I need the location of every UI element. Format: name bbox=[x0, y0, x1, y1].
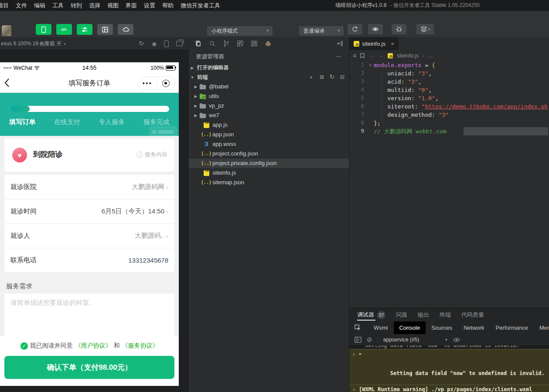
compile-mode-select[interactable]: 普通编译 ▼ bbox=[299, 26, 344, 36]
menu-10[interactable]: 帮助 bbox=[159, 0, 177, 11]
file-siteinfo.js[interactable]: JSsiteinfo.js bbox=[189, 168, 349, 178]
line-number: 2 bbox=[349, 69, 367, 78]
open-editors-section[interactable]: ▶ 打开的编辑器 bbox=[189, 63, 349, 72]
service-agreement-link[interactable]: 《服务协议》 bbox=[122, 342, 159, 350]
record-icon[interactable]: ◉ bbox=[152, 41, 157, 47]
back-button[interactable] bbox=[4, 78, 10, 88]
collapse-sidebar-icon[interactable] bbox=[337, 40, 344, 47]
root-folder-section[interactable]: ▼ 前端 ＋ ⊞ ↻ ⊟ bbox=[189, 72, 349, 82]
more-actions-icon[interactable]: ⋯ bbox=[336, 50, 342, 63]
menu-8[interactable]: 界面 bbox=[122, 0, 140, 11]
breadcrumb-more[interactable]: ... bbox=[428, 53, 433, 59]
forward-arrow-icon[interactable]: → bbox=[378, 52, 384, 59]
form-row-2[interactable]: 就诊时间6月5日（今天）14:50› bbox=[4, 199, 174, 223]
menu-3[interactable]: 编辑 bbox=[31, 0, 49, 11]
menu-1[interactable]: 项目 bbox=[0, 0, 12, 11]
search-icon[interactable] bbox=[209, 40, 216, 47]
drawer-toggle-icon[interactable] bbox=[355, 337, 361, 343]
menu-2[interactable]: 文件 bbox=[12, 0, 31, 11]
outline-icon[interactable]: ≡ bbox=[353, 52, 356, 59]
more-dots-icon[interactable]: ●●● bbox=[138, 81, 157, 85]
new-file-icon[interactable]: ＋ bbox=[308, 72, 314, 82]
file-name: we7 bbox=[209, 111, 219, 120]
main-toolbar: 模拟器</>编辑器调试器可视化云开发 小程序模式 ▼ 普通编译 ▼ 编译预览真机… bbox=[0, 11, 549, 37]
file-we7[interactable]: ▶we7 bbox=[189, 111, 349, 120]
collapse-all-icon[interactable]: ⊟ bbox=[340, 72, 344, 82]
new-folder-icon[interactable]: ⊞ bbox=[320, 72, 324, 82]
devtools-tab-memory[interactable]: Memory bbox=[534, 321, 549, 334]
layers-icon: ▾ bbox=[416, 24, 434, 34]
debugger-tabs: 调试器37问题输出终端代码质量 bbox=[349, 308, 549, 321]
expander-icon[interactable]: ▶ bbox=[359, 351, 361, 357]
bookmark-icon[interactable] bbox=[360, 53, 365, 58]
devtools-tab-network[interactable]: Network bbox=[458, 321, 490, 334]
inspect-cursor-icon[interactable] bbox=[355, 324, 361, 331]
detach-window-icon[interactable] bbox=[176, 41, 182, 46]
code-editor: JS siteinfo.js × ≡ ← → JS siteinfo.js › … bbox=[349, 37, 549, 308]
refresh-icon bbox=[348, 24, 362, 34]
file-utils[interactable]: ▶+utils bbox=[189, 91, 349, 101]
fold-icon[interactable]: ∨ bbox=[367, 61, 374, 69]
code-line-7: 7 design_method: "3" bbox=[349, 111, 549, 119]
debugger-tab-输出[interactable]: 输出 bbox=[418, 308, 429, 321]
tab-siteinfo-js[interactable]: JS siteinfo.js × bbox=[349, 37, 399, 50]
file-project.private.config.json[interactable]: {..}project.private.config.json bbox=[189, 159, 349, 168]
save-icon[interactable] bbox=[251, 40, 258, 47]
file-vp_pz[interactable]: ▶vp_pz bbox=[189, 101, 349, 111]
user-agreement-link[interactable]: 《用户协议》 bbox=[75, 342, 112, 350]
debugger-tab-代码质量[interactable]: 代码质量 bbox=[461, 308, 484, 321]
restart-icon[interactable]: ↻ bbox=[139, 40, 144, 47]
back-arrow-icon[interactable]: ← bbox=[368, 52, 374, 59]
debugger-tab-调试器[interactable]: 调试器37 bbox=[357, 308, 385, 321]
blocks-icon[interactable] bbox=[237, 40, 244, 47]
menu-6[interactable]: 选择 bbox=[85, 0, 104, 11]
context-select[interactable]: appservice (#5) bbox=[383, 337, 419, 343]
branch-icon[interactable] bbox=[223, 40, 230, 47]
file-@babel[interactable]: ▶@babel bbox=[189, 82, 349, 91]
editor-tabs: JS siteinfo.js × bbox=[349, 37, 549, 50]
mode-select[interactable]: 小程序模式 ▼ bbox=[207, 26, 273, 36]
menu-4[interactable]: 工具 bbox=[49, 0, 67, 11]
form-row-4[interactable]: 联系电话13312345678 bbox=[4, 248, 174, 272]
file-app.js[interactable]: JSapp.js bbox=[189, 120, 349, 130]
demand-textarea[interactable]: 请简单描述您要就诊的科室.. bbox=[4, 294, 174, 336]
file-sitemap.json[interactable]: {..}sitemap.json bbox=[189, 178, 349, 187]
debugger-tab-问题[interactable]: 问题 bbox=[396, 308, 407, 321]
devtools-tab-wxml[interactable]: Wxml bbox=[368, 321, 394, 334]
menu-5[interactable]: 转到 bbox=[67, 0, 85, 11]
confirm-order-button[interactable]: 确认下单（支付98.00元） bbox=[4, 356, 174, 379]
code-line-3: 3 acid: "3", bbox=[349, 78, 549, 86]
teapot-icon[interactable] bbox=[265, 40, 272, 47]
line-number: 9 bbox=[349, 127, 367, 135]
breadcrumb-file[interactable]: siteinfo.js bbox=[397, 53, 419, 59]
file-app.wxss[interactable]: Ǝapp.wxss bbox=[189, 139, 349, 149]
clear-console-icon[interactable]: ⊘ bbox=[367, 336, 372, 344]
device-frame-icon[interactable] bbox=[164, 41, 169, 47]
capsule-menu[interactable]: ●●● bbox=[138, 77, 175, 90]
close-icon[interactable]: × bbox=[391, 41, 394, 47]
code-line-5: 5 version: "1.0", bbox=[349, 94, 549, 102]
form-row-3[interactable]: 就诊人大鹏源码..› bbox=[4, 223, 174, 248]
eye-icon[interactable] bbox=[453, 338, 460, 342]
home-target-icon[interactable] bbox=[157, 80, 175, 87]
form-row-1[interactable]: 就诊医院大鹏源码网› bbox=[4, 175, 174, 199]
file-project.config.json[interactable]: {..}project.config.json bbox=[189, 149, 349, 159]
field-label: 就诊时间 bbox=[10, 207, 37, 216]
refresh-icon[interactable]: ↻ bbox=[330, 72, 334, 82]
debugger-tab-终端[interactable]: 终端 bbox=[440, 308, 451, 321]
menu-7[interactable]: 视图 bbox=[104, 0, 122, 11]
service-content-link[interactable]: i 服务内容 bbox=[136, 151, 167, 159]
devtools-tab-sources[interactable]: Sources bbox=[426, 321, 458, 334]
menu-9[interactable]: 设置 bbox=[140, 0, 159, 11]
hot-reload-toggle[interactable]: 热重载 开 ▼ bbox=[39, 37, 67, 51]
menu-11[interactable]: 微信开发者工具 bbox=[177, 0, 224, 11]
file-app.json[interactable]: {..}app.json bbox=[189, 130, 349, 139]
chevron-down-icon: ▾ bbox=[428, 27, 430, 31]
devtools-tab-console[interactable]: Console bbox=[394, 321, 426, 334]
checkbox-checked-icon[interactable]: ✓ bbox=[20, 342, 28, 350]
files-icon[interactable] bbox=[195, 40, 202, 47]
user-avatar[interactable] bbox=[2, 25, 11, 36]
devtools-tab-performance[interactable]: Performance bbox=[490, 321, 534, 334]
device-select[interactable]: exus 6 100% 16 ▼ bbox=[1, 37, 43, 51]
battery-icon bbox=[166, 65, 175, 71]
